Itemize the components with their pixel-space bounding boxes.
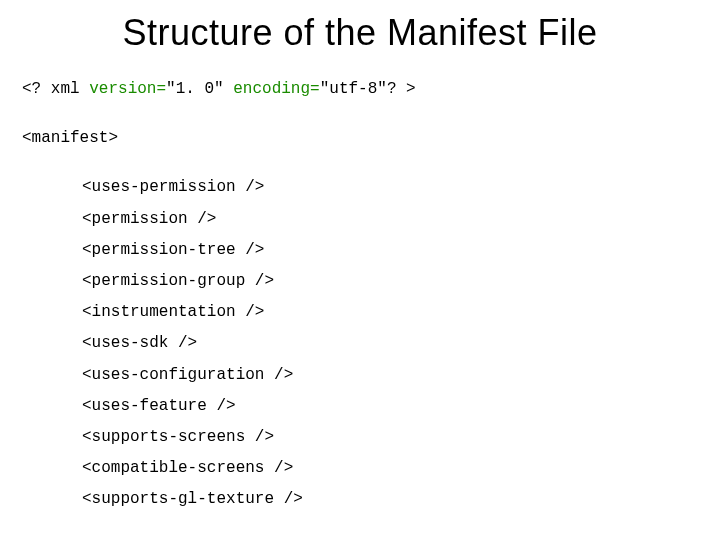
child-tag: <uses-feature /> (22, 391, 660, 422)
child-tag: <uses-sdk /> (22, 328, 660, 359)
child-tag: <permission /> (22, 204, 660, 235)
blank-line (22, 154, 660, 172)
xml-declaration-line: <? xml version="1. 0" encoding="utf-8"? … (22, 74, 660, 105)
xml-decl-encoding-attr: encoding= (233, 80, 319, 98)
slide-title: Structure of the Manifest File (0, 12, 720, 54)
child-tag: <uses-permission /> (22, 172, 660, 203)
child-tag: <instrumentation /> (22, 297, 660, 328)
child-tag: <permission-group /> (22, 266, 660, 297)
child-tag: <supports-gl-texture /> (22, 484, 660, 515)
child-tag: <permission-tree /> (22, 235, 660, 266)
xml-decl-version-attr: version= (89, 80, 166, 98)
slide: Structure of the Manifest File <? xml ve… (0, 0, 720, 540)
blank-line (22, 105, 660, 123)
child-tag: <compatible-screens /> (22, 453, 660, 484)
xml-decl-encoding-val: "utf-8" (320, 80, 387, 98)
code-block: <? xml version="1. 0" encoding="utf-8"? … (22, 74, 660, 520)
child-tag: <uses-configuration /> (22, 360, 660, 391)
manifest-open-tag: <manifest> (22, 123, 660, 154)
child-tag: <supports-screens /> (22, 422, 660, 453)
xml-decl-version-val: "1. 0" (166, 80, 233, 98)
xml-decl-close: ? > (387, 80, 416, 98)
xml-decl-open: <? xml (22, 80, 89, 98)
